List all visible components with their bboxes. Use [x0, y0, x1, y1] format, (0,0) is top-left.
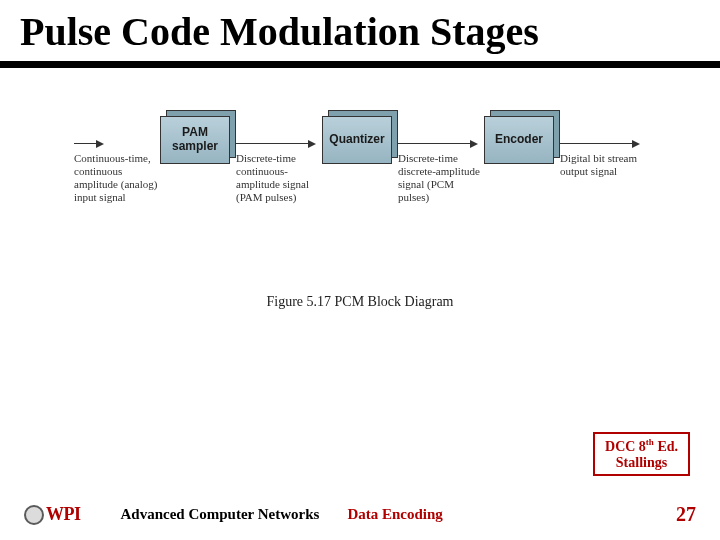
- source-line2: Stallings: [605, 455, 678, 471]
- signal-label-input: Continuous-time, continuous amplitude (a…: [74, 152, 160, 205]
- signal-label-pcm: Discrete-time discrete-amplitude signal …: [398, 152, 484, 205]
- title-underline: [0, 61, 720, 68]
- block-encoder: Encoder: [484, 110, 560, 170]
- block-pam-sampler: PAM sampler: [160, 110, 236, 170]
- signal-label-pam: Discrete-time continuous-amplitude signa…: [236, 152, 322, 205]
- block-label: PAM sampler: [161, 126, 229, 154]
- arrow-quantizer-to-encoder: [398, 140, 478, 148]
- block-label: Encoder: [495, 133, 543, 147]
- arrow-input: [74, 140, 104, 148]
- wpi-seal-icon: [24, 505, 44, 525]
- slide-title: Pulse Code Modulation Stages: [20, 8, 700, 55]
- page-number: 27: [676, 503, 696, 526]
- signal-label-output: Digital bit stream output signal: [560, 152, 646, 178]
- wpi-logo: WPI: [24, 504, 81, 525]
- footer-topic: Data Encoding: [347, 506, 442, 523]
- slide-footer: WPI Advanced Computer Networks Data Enco…: [0, 503, 720, 526]
- arrow-output: [560, 140, 640, 148]
- arrow-pam-to-quantizer: [236, 140, 316, 148]
- figure-caption: Figure 5.17 PCM Block Diagram: [20, 294, 700, 310]
- source-line1-post: Ed.: [654, 439, 678, 454]
- source-citation: DCC 8th Ed. Stallings: [593, 432, 690, 476]
- pcm-diagram: Continuous-time, continuous amplitude (a…: [0, 116, 720, 311]
- source-line1-sup: th: [646, 437, 654, 447]
- wpi-logo-text: WPI: [46, 504, 81, 525]
- footer-course: Advanced Computer Networks: [121, 506, 320, 523]
- block-quantizer: Quantizer: [322, 110, 398, 170]
- source-line1-pre: DCC 8: [605, 439, 646, 454]
- block-label: Quantizer: [329, 133, 384, 147]
